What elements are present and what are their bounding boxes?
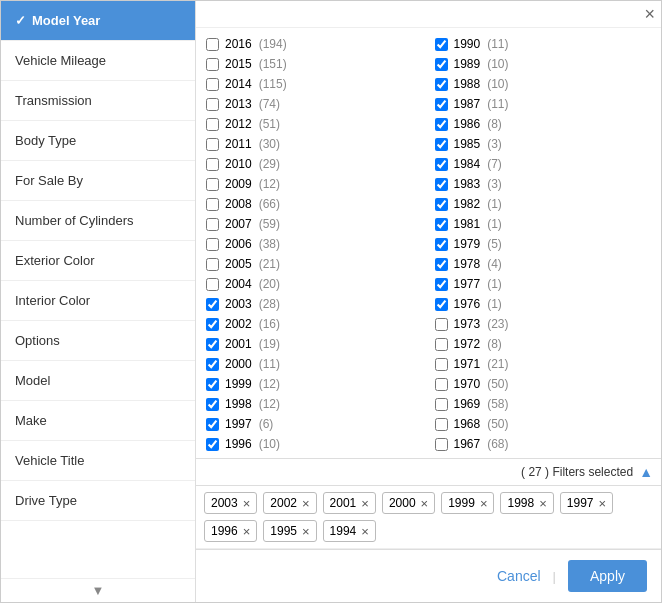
- sidebar-item-model-year[interactable]: ✓ Model Year: [1, 1, 195, 41]
- checkbox-row[interactable]: 2000(11): [200, 354, 429, 374]
- apply-button[interactable]: Apply: [568, 560, 647, 592]
- sidebar-item-exterior-color[interactable]: Exterior Color: [1, 241, 195, 281]
- year-checkbox[interactable]: [435, 78, 448, 91]
- year-checkbox[interactable]: [206, 218, 219, 231]
- checkbox-row[interactable]: 2005(21): [200, 254, 429, 274]
- checkbox-row[interactable]: 1998(12): [200, 394, 429, 414]
- sidebar-item-number-of-cylinders[interactable]: Number of Cylinders: [1, 201, 195, 241]
- checkbox-row[interactable]: 2016(194): [200, 34, 429, 54]
- year-checkbox[interactable]: [206, 358, 219, 371]
- year-checkbox[interactable]: [435, 278, 448, 291]
- year-checkbox[interactable]: [435, 138, 448, 151]
- year-checkbox[interactable]: [435, 398, 448, 411]
- year-checkbox[interactable]: [206, 398, 219, 411]
- tag-remove[interactable]: ×: [243, 497, 251, 510]
- year-checkbox[interactable]: [206, 238, 219, 251]
- year-checkbox[interactable]: [206, 158, 219, 171]
- checkbox-row[interactable]: 1972(8): [429, 334, 658, 354]
- checkbox-row[interactable]: 2002(16): [200, 314, 429, 334]
- year-checkbox[interactable]: [206, 138, 219, 151]
- checkbox-row[interactable]: 1984(7): [429, 154, 658, 174]
- checkbox-row[interactable]: 1987(11): [429, 94, 658, 114]
- checkbox-row[interactable]: 2014(115): [200, 74, 429, 94]
- tag-remove[interactable]: ×: [361, 525, 369, 538]
- year-checkbox[interactable]: [206, 338, 219, 351]
- close-button[interactable]: ×: [644, 5, 655, 23]
- year-checkbox[interactable]: [206, 58, 219, 71]
- year-checkbox[interactable]: [206, 258, 219, 271]
- checkbox-row[interactable]: 1970(50): [429, 374, 658, 394]
- checkbox-row[interactable]: 2003(28): [200, 294, 429, 314]
- collapse-icon[interactable]: ▲: [639, 464, 653, 480]
- year-checkbox[interactable]: [435, 318, 448, 331]
- checkbox-row[interactable]: 1979(5): [429, 234, 658, 254]
- sidebar-item-body-type[interactable]: Body Type: [1, 121, 195, 161]
- tag-remove[interactable]: ×: [361, 497, 369, 510]
- checkbox-row[interactable]: 1990(11): [429, 34, 658, 54]
- sidebar-item-options[interactable]: Options: [1, 321, 195, 361]
- checkbox-row[interactable]: 1968(50): [429, 414, 658, 434]
- checkbox-row[interactable]: 1967(68): [429, 434, 658, 454]
- tag-remove[interactable]: ×: [539, 497, 547, 510]
- checkbox-row[interactable]: 1985(3): [429, 134, 658, 154]
- checkbox-row[interactable]: 2009(12): [200, 174, 429, 194]
- sidebar-scroll-down[interactable]: ▼: [1, 578, 195, 602]
- year-checkbox[interactable]: [206, 278, 219, 291]
- year-checkbox[interactable]: [435, 338, 448, 351]
- tag-remove[interactable]: ×: [302, 525, 310, 538]
- checkbox-row[interactable]: 1982(1): [429, 194, 658, 214]
- year-checkbox[interactable]: [435, 258, 448, 271]
- year-checkbox[interactable]: [206, 198, 219, 211]
- sidebar-item-model[interactable]: Model: [1, 361, 195, 401]
- sidebar-item-interior-color[interactable]: Interior Color: [1, 281, 195, 321]
- year-checkbox[interactable]: [435, 298, 448, 311]
- tag-remove[interactable]: ×: [480, 497, 488, 510]
- year-checkbox[interactable]: [435, 238, 448, 251]
- tag-remove[interactable]: ×: [421, 497, 429, 510]
- year-checkbox[interactable]: [435, 58, 448, 71]
- checkbox-row[interactable]: 2001(19): [200, 334, 429, 354]
- year-checkbox[interactable]: [206, 438, 219, 451]
- tag-remove[interactable]: ×: [598, 497, 606, 510]
- checkbox-row[interactable]: 2011(30): [200, 134, 429, 154]
- checkbox-row[interactable]: 1996(10): [200, 434, 429, 454]
- year-checkbox[interactable]: [206, 418, 219, 431]
- checkbox-row[interactable]: 2007(59): [200, 214, 429, 234]
- sidebar-item-transmission[interactable]: Transmission: [1, 81, 195, 121]
- checkbox-row[interactable]: 1976(1): [429, 294, 658, 314]
- checkbox-row[interactable]: 1973(23): [429, 314, 658, 334]
- checkbox-row[interactable]: 2006(38): [200, 234, 429, 254]
- year-checkbox[interactable]: [435, 418, 448, 431]
- year-checkbox[interactable]: [206, 298, 219, 311]
- year-checkbox[interactable]: [206, 318, 219, 331]
- year-checkbox[interactable]: [435, 118, 448, 131]
- checkbox-row[interactable]: 1988(10): [429, 74, 658, 94]
- tag-remove[interactable]: ×: [243, 525, 251, 538]
- checkbox-row[interactable]: 1999(12): [200, 374, 429, 394]
- checkbox-row[interactable]: 1983(3): [429, 174, 658, 194]
- checkbox-row[interactable]: 2015(151): [200, 54, 429, 74]
- cancel-button[interactable]: Cancel: [497, 568, 541, 584]
- year-checkbox[interactable]: [435, 198, 448, 211]
- year-checkbox[interactable]: [206, 38, 219, 51]
- year-checkbox[interactable]: [435, 218, 448, 231]
- year-checkbox[interactable]: [435, 158, 448, 171]
- year-checkbox[interactable]: [435, 358, 448, 371]
- checkbox-row[interactable]: 1997(6): [200, 414, 429, 434]
- year-checkbox[interactable]: [206, 178, 219, 191]
- year-checkbox[interactable]: [206, 78, 219, 91]
- sidebar-item-vehicle-title[interactable]: Vehicle Title: [1, 441, 195, 481]
- year-checkbox[interactable]: [435, 378, 448, 391]
- checkbox-row[interactable]: 2004(20): [200, 274, 429, 294]
- sidebar-item-drive-type[interactable]: Drive Type: [1, 481, 195, 521]
- year-checkbox[interactable]: [435, 178, 448, 191]
- year-checkbox[interactable]: [435, 438, 448, 451]
- checkbox-row[interactable]: 1981(1): [429, 214, 658, 234]
- checkbox-row[interactable]: 1977(1): [429, 274, 658, 294]
- sidebar-item-vehicle-mileage[interactable]: Vehicle Mileage: [1, 41, 195, 81]
- checkbox-row[interactable]: 2013(74): [200, 94, 429, 114]
- checkbox-row[interactable]: 1986(8): [429, 114, 658, 134]
- year-checkbox[interactable]: [206, 98, 219, 111]
- year-checkbox[interactable]: [206, 378, 219, 391]
- year-checkbox[interactable]: [435, 98, 448, 111]
